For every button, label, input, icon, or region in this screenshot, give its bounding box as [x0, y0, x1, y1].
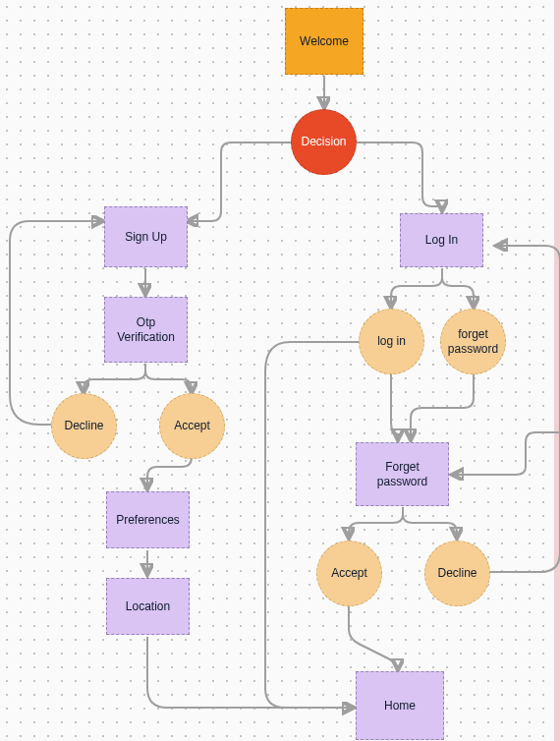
node-welcome[interactable]: Welcome: [285, 8, 364, 75]
node-label: Decline: [437, 566, 476, 581]
node-label: Sign Up: [125, 230, 167, 245]
node-decline-2[interactable]: Decline: [424, 541, 490, 606]
node-label: Forget password: [361, 460, 444, 489]
node-login[interactable]: Log In: [400, 213, 483, 267]
node-forget-password[interactable]: Forget password: [356, 442, 449, 506]
node-decision[interactable]: Decision: [291, 109, 357, 175]
node-signup[interactable]: Sign Up: [104, 206, 188, 267]
node-label: Preferences: [116, 513, 180, 528]
node-label: Decline: [64, 419, 103, 433]
node-accept-2[interactable]: Accept: [316, 541, 382, 606]
node-label: Accept: [174, 419, 210, 433]
node-label: Decision: [301, 135, 346, 149]
node-accept-1[interactable]: Accept: [159, 393, 225, 459]
node-label: Welcome: [300, 34, 349, 49]
node-label: forget password: [445, 327, 501, 357]
node-label: log in: [377, 334, 406, 349]
node-location[interactable]: Location: [106, 578, 190, 635]
node-label: Home: [384, 699, 416, 713]
node-preferences[interactable]: Preferences: [106, 491, 190, 548]
flowchart-canvas[interactable]: Welcome Decision Sign Up Log In Otp Veri…: [0, 0, 560, 741]
node-label: Otp Verification: [109, 315, 183, 345]
node-login-action[interactable]: log in: [359, 309, 424, 374]
node-decline-1[interactable]: Decline: [51, 393, 117, 459]
node-label: Accept: [331, 566, 367, 581]
node-label: Location: [126, 599, 170, 614]
node-home[interactable]: Home: [356, 671, 444, 740]
node-label: Log In: [425, 233, 458, 248]
node-otp[interactable]: Otp Verification: [104, 297, 188, 363]
node-forget-password-action[interactable]: forget password: [440, 309, 506, 374]
right-edge-decoration: [554, 0, 560, 741]
